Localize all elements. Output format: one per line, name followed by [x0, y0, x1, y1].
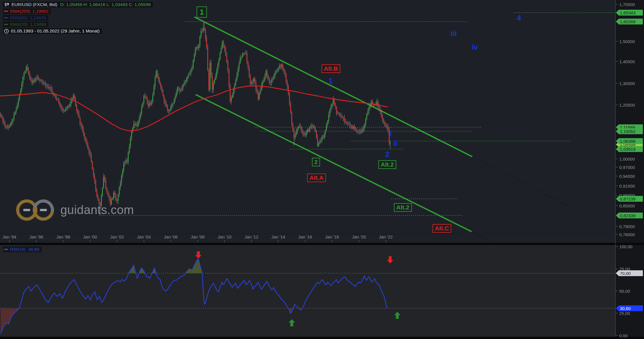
legend-ema20-row[interactable]: EMA(20) 1,13493: [3, 22, 153, 27]
legend-symbol-row[interactable]: EUR/USD (FXCM, Bid) O: 1,05459 H: 1,0641…: [3, 2, 153, 7]
guidants-logo-icon: [28, 195, 58, 225]
date-range: 01.05.1993 - 01.05.2022 (29 Jahre, 1 Mon…: [11, 28, 100, 34]
legend-ema200-row[interactable]: EMA(200) 1,19662: [3, 8, 153, 14]
chart-canvas[interactable]: [0, 0, 644, 339]
panel-divider[interactable]: [0, 243, 644, 245]
ema200-label: EMA(200): [10, 9, 30, 14]
clock-icon: [4, 29, 9, 34]
legend-ema50-row[interactable]: EMA(50) 1,14829: [3, 15, 153, 21]
sell-arrow-icon[interactable]: [197, 251, 200, 255]
ema50-label: EMA(50): [10, 15, 28, 20]
candlestick-icon: [4, 2, 10, 7]
buy-arrow-icon[interactable]: [290, 323, 293, 326]
watermark-text: guidants.com: [60, 203, 134, 217]
sell-arrow-icon[interactable]: [389, 256, 392, 260]
legend-range-row: 01.05.1993 - 01.05.2022 (29 Jahre, 1 Mon…: [3, 28, 153, 34]
rsi-legend-row[interactable]: RSI(14) 30,60: [3, 246, 42, 252]
ema200-dash-icon: [4, 11, 8, 12]
ema20-label: EMA(20): [10, 22, 28, 27]
rsi-dash-icon: [4, 249, 8, 250]
bottom-edge: [0, 337, 644, 339]
ema50-dash-icon: [4, 17, 8, 18]
chart-legend: EUR/USD (FXCM, Bid) O: 1,05459 H: 1,0641…: [3, 2, 153, 35]
rsi-panel-bg: [0, 245, 615, 337]
ema200-value: 1,19662: [32, 9, 49, 14]
chart-window: Jan '94Jan '96Jan '98Jan '00Jan '02Jan '…: [0, 0, 644, 339]
buy-arrow-icon[interactable]: [396, 315, 399, 319]
watermark: guidants.com: [16, 199, 134, 221]
ema50-value: 1,14829: [30, 15, 46, 20]
ohlc-values: O: 1,05459 H: 1,06416 L: 1,03493 C: 1,05…: [60, 2, 151, 7]
ema20-dash-icon: [4, 24, 8, 25]
symbol-name: EUR/USD (FXCM, Bid): [12, 2, 57, 7]
rsi-value: 30,60: [28, 247, 39, 252]
rsi-label: RSI(14): [10, 247, 25, 252]
ema20-value: 1,13493: [30, 22, 46, 27]
